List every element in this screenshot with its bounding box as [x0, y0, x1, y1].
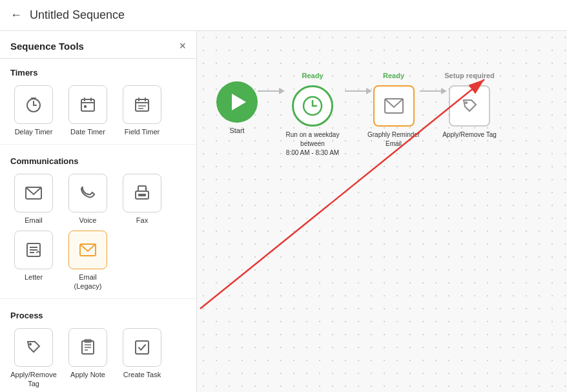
- letter-label: Letter: [25, 273, 43, 282]
- create-task-label: Create Task: [123, 370, 161, 379]
- tool-voice[interactable]: Voice: [65, 174, 111, 225]
- tag-node-wrapper: Setup required Apply/Remove Tag: [442, 70, 497, 139]
- letter-icon: [25, 242, 42, 258]
- letter-icon-box: [14, 231, 53, 269]
- date-timer-icon: [79, 96, 97, 114]
- timers-label: Timers: [10, 68, 186, 77]
- timer-node-wrapper: Ready Run on a weekday between8:00 AM - …: [280, 70, 345, 158]
- connector-arrow-2: [366, 88, 372, 94]
- connector-2: [345, 90, 367, 92]
- sidebar-title: Sequence Tools: [10, 41, 84, 52]
- svg-rect-9: [136, 99, 149, 111]
- delay-timer-label: Delay Timer: [15, 127, 53, 136]
- voice-label: Voice: [79, 216, 97, 225]
- create-task-icon-box: [123, 328, 161, 367]
- timers-grid: Delay Timer Date Timer: [10, 85, 186, 136]
- svg-point-38: [465, 101, 468, 104]
- page-title: Untitled Sequence: [30, 8, 125, 22]
- communications-label: Communications: [10, 156, 186, 166]
- canvas-area: Start Ready Run on a weekday bet: [197, 31, 567, 392]
- apply-note-label: Apply Note: [70, 370, 105, 379]
- tool-date-timer[interactable]: Date Timer: [65, 85, 111, 136]
- divider-1: [0, 144, 196, 145]
- delay-timer-icon: [25, 96, 43, 114]
- flow-container: Start Ready Run on a weekday bet: [216, 70, 497, 158]
- sidebar-close-button[interactable]: ×: [179, 40, 186, 52]
- date-timer-icon-box: [68, 85, 107, 124]
- sidebar-header: Sequence Tools ×: [0, 31, 196, 59]
- svg-rect-8: [84, 105, 87, 108]
- fax-icon-box: [123, 174, 161, 212]
- connector-arrow-1: [279, 88, 285, 94]
- top-bar: ← Untitled Sequence: [0, 0, 567, 31]
- communications-section: Communications Email: [0, 147, 196, 296]
- tool-email[interactable]: Email: [10, 174, 57, 225]
- tag-node-label: Apply/Remove Tag: [442, 130, 497, 139]
- timer-node-circle[interactable]: [292, 85, 333, 127]
- tool-field-timer[interactable]: Field Timer: [119, 85, 165, 136]
- tag-node-square[interactable]: [449, 85, 490, 127]
- email-legacy-icon: [79, 243, 97, 257]
- svg-rect-31: [136, 341, 149, 354]
- apply-note-icon-box: [68, 328, 107, 367]
- tag-status: Setup required: [444, 70, 495, 81]
- tool-create-task[interactable]: Create Task: [119, 328, 165, 389]
- back-icon: ←: [10, 8, 22, 22]
- email-node-label: Graphly ReminderEmail: [367, 130, 420, 149]
- timer-node-label: Run on a weekday between8:00 AM - 8:30 A…: [280, 130, 345, 158]
- svg-rect-18: [138, 194, 146, 196]
- connector-arrow-3: [441, 88, 447, 94]
- process-section: Process Apply/Remove Tag: [0, 302, 196, 392]
- fax-label: Fax: [136, 216, 148, 225]
- apply-remove-tag-icon-box: [14, 328, 53, 367]
- tool-delay-timer[interactable]: Delay Timer: [10, 85, 57, 136]
- tool-letter[interactable]: Letter: [10, 231, 57, 291]
- email-node-square[interactable]: [373, 85, 415, 127]
- process-grid: Apply/Remove Tag Apply Note: [10, 328, 186, 389]
- email-icon-box: [14, 174, 53, 212]
- email-icon: [25, 186, 43, 200]
- email-node-icon: [384, 98, 404, 114]
- start-node-label: Start: [229, 127, 244, 134]
- play-icon: [232, 94, 246, 110]
- svg-point-25: [29, 343, 32, 346]
- svg-rect-4: [81, 99, 94, 111]
- task-icon: [133, 338, 151, 356]
- tool-apply-remove-tag[interactable]: Apply/Remove Tag: [10, 328, 57, 389]
- tool-email-legacy[interactable]: Email (Legacy): [65, 231, 111, 291]
- tag-node-icon: [460, 96, 479, 116]
- email-label: Email: [25, 216, 43, 225]
- process-label: Process: [10, 311, 186, 320]
- email-legacy-icon-box: [68, 231, 107, 269]
- tool-fax[interactable]: Fax: [119, 174, 165, 225]
- field-timer-label: Field Timer: [125, 127, 160, 136]
- email-legacy-label: Email (Legacy): [65, 273, 111, 291]
- email-node-wrapper: Ready Graphly ReminderEmail: [367, 70, 420, 149]
- date-timer-label: Date Timer: [70, 127, 105, 136]
- svg-point-19: [145, 188, 147, 190]
- connector-line-2: [345, 90, 367, 92]
- clock-icon: [301, 94, 324, 118]
- field-timer-icon-box: [123, 85, 161, 124]
- connector-line-3: [420, 90, 442, 92]
- start-node-wrapper: Start: [216, 70, 258, 134]
- divider-2: [0, 298, 196, 299]
- timers-section: Timers Delay Timer: [0, 59, 196, 141]
- timer-status: Ready: [302, 70, 323, 81]
- tool-apply-note[interactable]: Apply Note: [65, 328, 111, 389]
- delay-timer-icon-box: [14, 85, 53, 124]
- fax-icon: [133, 185, 151, 201]
- tag-icon: [25, 338, 43, 356]
- svg-rect-16: [138, 186, 146, 191]
- note-icon: [79, 338, 97, 356]
- field-timer-icon: [133, 96, 151, 114]
- email-status: Ready: [383, 70, 404, 81]
- start-node-circle[interactable]: [216, 81, 258, 123]
- connector-line-1: [258, 90, 280, 92]
- voice-icon: [79, 185, 96, 201]
- communications-grid: Email Voice: [10, 174, 186, 291]
- main-layout: Sequence Tools × Timers Delay Timer: [0, 31, 567, 392]
- back-button[interactable]: ←: [10, 8, 22, 22]
- sidebar: Sequence Tools × Timers Delay Timer: [0, 31, 197, 392]
- apply-remove-tag-label: Apply/Remove Tag: [10, 370, 57, 389]
